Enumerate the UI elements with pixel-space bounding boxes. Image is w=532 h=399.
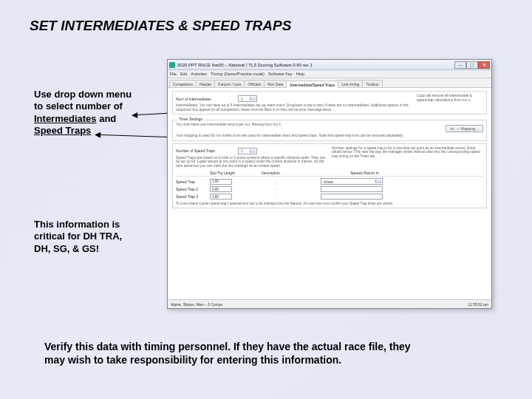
tab-officials[interactable]: Officials [244,80,265,87]
speeds-return-select[interactable]: m/sec [321,178,383,185]
text-underline: Speed Traps [34,125,91,136]
num-speed-traps-label: Number of Speed Traps [176,149,235,153]
menu-software-key[interactable]: Software Key [268,72,293,76]
tabbar: Competitors Header Factors / Lists Offic… [168,78,491,88]
text: critical for DH TRA, [34,231,122,242]
speed-trap-hint: Number settings for a speed trap is for … [332,146,483,168]
timer-settings-panel: Timer Settings You must have one interme… [172,120,487,141]
text: DH, SG, & GS! [34,243,99,254]
row-label: Speed Trap 3 [176,194,210,199]
speed-trap-panel: Number of Speed Traps 1 Speed Traps are … [172,143,487,209]
app-window: 2020 PPT RACE Nat05 – National / TLS Sco… [167,59,492,309]
intermediates-label: Num of Intermediates [176,97,235,101]
intro-hint: Intermediates: You can have up to 5 inte… [176,103,412,112]
desc-cell: - [232,180,321,184]
tab-intermediate-speed-traps[interactable]: Intermediate/Speed Traps [286,81,338,88]
menubar: File Edit Activities Timing (Demo/Practi… [168,70,491,78]
callout-critical: This information is critical for DH TRA,… [34,219,152,255]
app-icon [169,62,175,68]
text: This information is [34,219,120,230]
length-input[interactable]: 1.00 [210,194,232,200]
desc-cell: - [232,194,321,199]
grid-row: Speed Trap 2 0.00 - [176,186,483,192]
unit-value: m/sec [324,180,358,184]
minimize-button[interactable]: — [454,61,466,69]
length-input[interactable]: 1.00 [210,179,232,185]
tab-content: Num of Intermediates 1 Intermediates: Yo… [168,88,491,299]
text: to select number of [34,100,123,112]
window-title: 2020 PPT RACE Nat05 – National / TLS Sco… [177,63,454,67]
num-speed-traps-select[interactable]: 1 [238,148,257,154]
row-label: Speed Trap 2 [176,187,210,191]
menu-activities[interactable]: Activities [191,72,207,76]
grid-note: To cross-check a given speed trap's read… [176,202,483,205]
mapping-hint: You must have one intermediate record pe… [176,123,327,132]
text: Verify this data with timing personnel. … [44,341,411,352]
status-right: 11:55:52 pm [468,302,488,307]
panel-legend: Timer Settings [177,117,204,121]
speeds-return-cell [321,186,383,192]
menu-file[interactable]: File [170,72,177,76]
speeds-return-cell [321,194,383,200]
row-label: Speed Trap [176,180,210,184]
length-input[interactable]: 0.00 [210,186,232,192]
close-button[interactable]: ✕ [478,61,490,69]
titlebar: 2020 PPT RACE Nat05 – National / TLS Sco… [168,60,491,70]
tab-run-data[interactable]: Run Data [264,80,287,87]
grid-col-speeds-return: Speeds Return In [350,171,483,175]
status-left: Alpine, Slalom, Men – 3 Comps [171,302,222,307]
text-underline: Intermediates [34,113,97,124]
text: and [97,113,117,124]
tab-header[interactable]: Header [196,80,215,87]
grid-col-blank [176,171,210,175]
tab-toolbox[interactable]: Toolbox [362,80,382,87]
chevron-down-icon [252,151,255,154]
tab-competitors[interactable]: Competitors [169,80,197,87]
speed-trap-desc: Speed Traps are based on 2-click or 1-pu… [176,156,327,168]
intermediates-select[interactable]: 1 [238,95,257,102]
grid-col-length: Spd Trp Length [210,171,262,175]
chevron-down-icon [378,181,381,185]
slide-title: SET INTERMEDIATES & SPEED TRAPS [30,18,291,34]
tab-factors[interactable]: Factors / Lists [214,80,245,87]
int-mapping-button[interactable]: Int. — Mapping… [446,125,483,132]
window-controls: — ▢ ✕ [454,61,490,69]
bottom-note: Verify this data with timing personnel. … [44,340,488,366]
intro-panel: Num of Intermediates 1 Intermediates: Yo… [172,91,487,115]
chevron-down-icon [252,98,255,102]
menu-timing[interactable]: Timing (Demo/Practice mode) [211,72,265,76]
num-speed-traps-value: 1 [241,149,243,153]
grid-col-description: Description [262,171,350,175]
grid-header: Spd Trp Length Description Speeds Return… [176,171,483,177]
tab-live-timing[interactable]: Live-timing [338,80,363,87]
menu-help[interactable]: Help [296,72,304,76]
grid-row: Speed Trap 3 1.00 - [176,194,483,200]
maximize-button[interactable]: ▢ [466,61,478,69]
desc-cell: - [232,187,321,191]
text: may wish to take responsibility for ente… [44,354,341,366]
mapping-note: Your mapping is used for run marks (runs… [176,134,483,138]
grid-row: Speed Trap 1.00 - m/sec [176,178,483,185]
statusbar: Alpine, Slalom, Men – 3 Comps 11:55:52 p… [168,299,491,308]
text: Use drop down menu [34,89,132,100]
intro-hint-right: Copy will remove all intermediate & spee… [417,94,483,112]
menu-edit[interactable]: Edit [180,72,187,76]
